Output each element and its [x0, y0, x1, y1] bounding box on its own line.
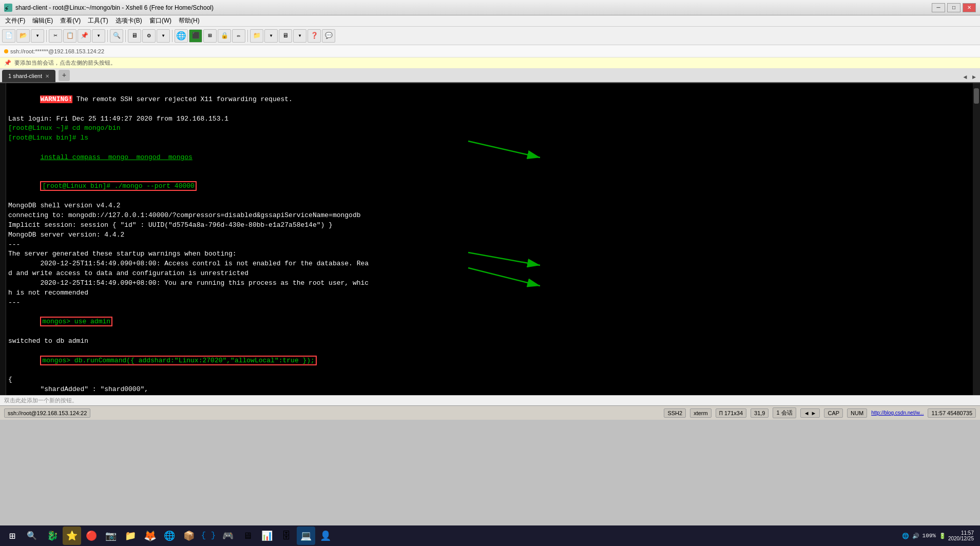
menu-tabs[interactable]: 选项卡(B)	[112, 15, 145, 26]
taskbar-app-game[interactable]: 🎮	[219, 526, 237, 545]
taskbar-app-red[interactable]: 🔴	[82, 526, 101, 545]
dropdown2-button[interactable]: ▾	[92, 29, 105, 43]
tab-close-button[interactable]: ✕	[45, 73, 49, 79]
cut-button[interactable]: ✂	[49, 29, 62, 43]
tab-shard-client[interactable]: 1 shard-client ✕	[2, 70, 55, 82]
terminal-main[interactable]: WARNING! The remote SSH server rejected …	[6, 83, 973, 395]
terminal-line-20: mongos> db.runCommand({ addshard:"Linux:…	[8, 346, 971, 376]
terminal-left-panel	[0, 83, 6, 395]
taskbar-time-display: 11:57 2020/12/25	[948, 530, 974, 541]
session-status-dot	[4, 49, 8, 53]
terminal-line-9: Implicit session: session { "id" : UUID(…	[8, 221, 971, 230]
bottom-input-hint: 双击此处添加一个新的按钮。	[4, 397, 78, 404]
taskbar-app-chrome[interactable]: 🌐	[160, 526, 179, 545]
status-size: Π 171x34	[716, 408, 746, 418]
taskbar-app-pkg[interactable]: 📦	[180, 526, 198, 545]
dropdown3-button[interactable]: ▾	[157, 29, 170, 43]
terminal-line-23: "ok" : 1,	[8, 395, 971, 395]
status-sessions: 1 会话	[773, 407, 796, 418]
taskbar-app-camera[interactable]: 📷	[102, 526, 120, 545]
menu-bar: 文件(F) 编辑(E) 查看(V) 工具(T) 选项卡(B) 窗口(W) 帮助(…	[0, 15, 980, 27]
terminal-line-7: MongoDB shell version v4.4.2	[8, 201, 971, 211]
menu-view[interactable]: 查看(V)	[57, 15, 84, 26]
menu-window[interactable]: 窗口(W)	[146, 15, 175, 26]
new-tab-button[interactable]: +	[59, 70, 70, 81]
close-button[interactable]: ✕	[963, 3, 976, 12]
session-manager-button[interactable]: 🖥	[128, 29, 141, 43]
status-bar: ssh://root@192.168.153.124:22 SSH2 xterm…	[0, 405, 980, 420]
info-bar: 📌 要添加当前会话，点击左侧的箭头按钮。	[0, 57, 980, 69]
terminal-line-8: connecting to: mongodb://127.0.0.1:40000…	[8, 211, 971, 221]
dropdown4-button[interactable]: ▾	[264, 29, 278, 43]
new-session-button[interactable]: 📄	[2, 29, 15, 43]
status-link[interactable]: http://blog.csdn.net/w...	[871, 410, 924, 416]
terminal-line-4: [root@Linux bin]# ls	[8, 133, 971, 143]
menu-tools[interactable]: 工具(T)	[85, 15, 111, 26]
bottom-input-bar: 双击此处添加一个新的按钮。	[0, 395, 980, 405]
app-icon: ⚡	[4, 4, 12, 12]
taskbar-app-star[interactable]: ⭐	[63, 526, 81, 545]
menu-edit[interactable]: 编辑(E)	[29, 15, 56, 26]
status-row: 31,9	[751, 408, 768, 418]
help-button[interactable]: ❓	[308, 29, 321, 43]
chat-button[interactable]: 💬	[322, 29, 335, 43]
toolbar: 📄 📂 ▾ ✂ 📋 📌 ▾ 🔍 🖥 ⚙ ▾ 🌐 ⬛ ⊞ 🔒 ✏ 📁 ▾ 🖥 ▾ …	[0, 27, 980, 45]
status-arrows: ◄ ►	[800, 408, 820, 418]
separator-3	[125, 30, 126, 42]
separator-4	[172, 30, 172, 42]
paste-button[interactable]: 📌	[78, 29, 91, 43]
dropdown5-button[interactable]: ▾	[293, 29, 306, 43]
tab-arrow-left[interactable]: ◄	[962, 73, 969, 82]
taskbar-status-icons: 🌐 🔊 109% 🔋	[902, 533, 946, 539]
folder-button[interactable]: 📁	[250, 29, 263, 43]
start-button[interactable]: ⊞	[2, 525, 23, 546]
menu-help[interactable]: 帮助(H)	[176, 15, 203, 26]
status-terminal: xterm	[690, 408, 712, 418]
taskbar-app-folder[interactable]: 📁	[121, 526, 140, 545]
windows-taskbar: ⊞ 🔍 🐉 ⭐ 🔴 📷 📁 🦊 🌐 📦 { } 🎮 🖥 📊 🗄 💻 👤 🌐 🔊 …	[0, 525, 980, 546]
status-num: NUM	[847, 408, 867, 418]
monitor-button[interactable]: 🖥	[279, 29, 292, 43]
find-button[interactable]: 🔍	[110, 29, 123, 43]
terminal-scrollbar[interactable]	[973, 83, 980, 395]
warning-text: The remote SSH server rejected X11 forwa…	[72, 95, 293, 103]
taskbar-app-user[interactable]: 👤	[316, 526, 335, 545]
taskbar-app-xshell[interactable]: 💻	[297, 526, 315, 545]
taskbar-app-firefox[interactable]: 🦊	[141, 526, 159, 545]
use-admin-boxed: mongos> use admin	[40, 317, 112, 326]
terminal-line-22: "shardAdded" : "shard0000",	[8, 385, 971, 395]
open-button[interactable]: 📂	[16, 29, 30, 43]
terminal-content: WARNING! The remote SSH server rejected …	[8, 85, 971, 395]
edit2-button[interactable]: ✏	[232, 29, 245, 43]
green-button[interactable]: ⬛	[189, 29, 202, 43]
config-button[interactable]: ⚙	[142, 29, 156, 43]
separator-1	[46, 30, 47, 42]
terminal-line-6: [root@Linux bin]# ./mongo --port 40000	[8, 172, 971, 202]
terminal-line-3: [root@Linux ~]# cd mongo/bin	[8, 124, 971, 133]
window-controls[interactable]: ─ □ ✕	[932, 3, 976, 12]
lock-button[interactable]: 🔒	[218, 29, 231, 43]
terminal-line-16: h is not recommended	[8, 288, 971, 298]
taskbar-app-monitor[interactable]: 🖥	[238, 526, 257, 545]
separator-2	[107, 30, 108, 42]
status-cap: CAP	[824, 408, 843, 418]
title-bar: ⚡ shard-client - root@Linux:~/mongo/bin …	[0, 0, 980, 15]
terminal-line-15: 2020-12-25T11:54:49.090+08:00: You are r…	[8, 279, 971, 288]
taskbar-app-dragon[interactable]: 🐉	[43, 526, 62, 545]
tab-bar: 1 shard-client ✕ + ◄ ►	[0, 69, 980, 83]
maximize-button[interactable]: □	[947, 3, 960, 12]
taskbar-app-db[interactable]: 🗄	[277, 526, 296, 545]
search-button[interactable]: 🔍	[23, 526, 41, 545]
copy-button[interactable]: 📋	[63, 29, 76, 43]
taskbar-right: 🌐 🔊 109% 🔋 11:57 2020/12/25	[902, 530, 978, 541]
globe-button[interactable]: 🌐	[175, 29, 188, 43]
tab-arrow-right[interactable]: ►	[970, 73, 978, 82]
grid-button[interactable]: ⊞	[203, 29, 217, 43]
dropdown-button[interactable]: ▾	[31, 29, 44, 43]
menu-file[interactable]: 文件(F)	[2, 15, 28, 26]
scrollbar-thumb[interactable]	[974, 88, 979, 104]
minimize-button[interactable]: ─	[932, 3, 945, 12]
battery-text: 109%	[923, 533, 936, 539]
taskbar-app-code[interactable]: { }	[199, 526, 218, 545]
taskbar-app-chart[interactable]: 📊	[258, 526, 276, 545]
